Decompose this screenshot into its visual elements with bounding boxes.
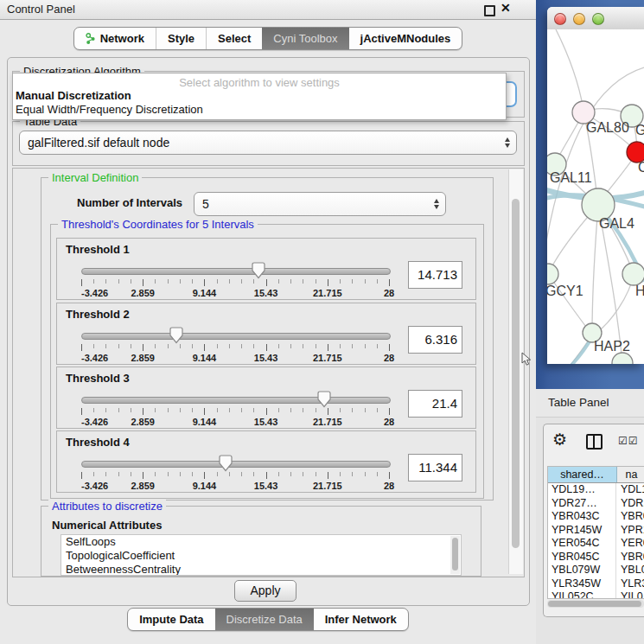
slider-thumb[interactable] xyxy=(219,455,233,472)
table-row[interactable]: YBR043CYBR0 xyxy=(548,510,644,524)
float-window-icon[interactable] xyxy=(484,5,495,16)
tick-mark xyxy=(266,344,267,351)
slider-tick-labels: -3.4262.8599.14415.4321.71528 xyxy=(81,481,389,491)
num-intervals-value: 5 xyxy=(202,197,209,211)
select-columns-icon[interactable]: ☑☑ xyxy=(618,435,639,447)
tick-mark xyxy=(352,408,353,412)
network-window[interactable]: GAL80 GA C GAL11 GAL4 GCY1 HA HAP2 xyxy=(547,7,644,364)
node-table[interactable]: shared… na YDL19…YDL1YDR27…YDR2YBR043CYB… xyxy=(547,466,644,599)
num-intervals-combo[interactable]: 5 xyxy=(194,192,446,216)
control-panel: Control Panel ✕ NetworkStyleSelectCyni T… xyxy=(0,0,536,644)
tick-mark xyxy=(118,344,119,348)
tick-mark xyxy=(93,279,94,284)
threshold-panel: Threshold 4 -3.4262.8599.14415.4321.7152… xyxy=(56,430,476,493)
list-scrollbar[interactable] xyxy=(450,536,460,574)
name-cell: YLR3 xyxy=(616,577,644,591)
attributes-list[interactable]: SelfLoopsTopologicalCoefficientBetweenne… xyxy=(61,534,462,576)
tick-mark xyxy=(155,344,156,348)
minimize-traffic-light-icon[interactable] xyxy=(573,13,585,25)
table-row[interactable]: YER054CYER0 xyxy=(548,537,644,551)
threshold-value-field[interactable]: 11.344 xyxy=(408,454,462,481)
threshold-value-field[interactable]: 6.316 xyxy=(408,326,462,354)
bottom-tab-bar: Impute DataDiscretize DataInfer Network xyxy=(127,608,409,631)
table-body: YDL19…YDL1YDR27…YDR2YBR043CYBR0YPR145WYP… xyxy=(548,483,644,599)
network-canvas[interactable]: GAL80 GA C GAL11 GAL4 GCY1 HA HAP2 xyxy=(547,29,644,364)
bottom-tab-impute-data[interactable]: Impute Data xyxy=(128,609,214,630)
slider-ticks xyxy=(81,472,389,480)
zoom-traffic-light-icon[interactable] xyxy=(592,13,604,25)
slider-track[interactable] xyxy=(81,397,391,404)
mouse-cursor xyxy=(521,352,532,369)
tick-label: 2.859 xyxy=(131,417,155,427)
vertical-scrollbar[interactable] xyxy=(508,169,523,574)
dropdown-option-manual[interactable]: Manual Discretization xyxy=(13,89,506,103)
attribute-item[interactable]: BetweennessCentrality xyxy=(61,563,461,576)
column-header-name[interactable]: na xyxy=(617,467,644,482)
tick-mark xyxy=(365,408,366,412)
tick-mark xyxy=(217,472,218,476)
dropdown-option-equal-width[interactable]: Equal Width/Frequency Discretization xyxy=(13,103,506,117)
tick-mark xyxy=(131,408,131,412)
hscroll-thumb[interactable] xyxy=(548,601,641,607)
slider-track[interactable] xyxy=(81,268,391,275)
tick-mark xyxy=(217,279,218,284)
split-columns-icon[interactable] xyxy=(586,434,603,450)
table-row[interactable]: YLR345WYLR3 xyxy=(548,577,644,591)
apply-button[interactable]: Apply xyxy=(234,580,296,602)
table-row[interactable]: YDR27…YDR2 xyxy=(548,497,644,511)
slider-track[interactable] xyxy=(81,461,391,468)
name-cell: YIL0 xyxy=(616,590,644,599)
tab-select[interactable]: Select xyxy=(206,28,262,49)
table-row[interactable]: YBR045CYBR0 xyxy=(548,551,644,564)
threshold-value-field[interactable]: 14.713 xyxy=(408,261,462,289)
numerical-attributes-label: Numerical Attributes xyxy=(52,519,162,532)
bottom-tab-discretize-data[interactable]: Discretize Data xyxy=(215,609,314,630)
close-icon[interactable]: ✕ xyxy=(501,1,511,15)
table-data-combo[interactable]: galFiltered.sif default node xyxy=(19,131,517,155)
table-row[interactable]: YIL052CYIL0 xyxy=(548,590,644,599)
shared-name-cell: YDR27… xyxy=(548,497,616,511)
threshold-slider[interactable]: -3.4262.8599.14415.4321.71528 xyxy=(81,456,389,490)
scrollbar-thumb[interactable] xyxy=(512,199,520,548)
tab-style[interactable]: Style xyxy=(156,28,206,49)
slider-track[interactable] xyxy=(81,333,391,340)
tick-label: -3.426 xyxy=(81,417,108,427)
tick-label: 15.43 xyxy=(254,353,278,363)
tab-cyni-toolbox[interactable]: Cyni Toolbox xyxy=(262,28,348,49)
table-row[interactable]: YDL19…YDL1 xyxy=(548,483,644,497)
gear-icon[interactable]: ⚙ xyxy=(552,430,567,450)
tick-label: 28 xyxy=(384,481,394,491)
table-row[interactable]: YPR145WYPR1 xyxy=(548,524,644,538)
tick-mark xyxy=(105,472,106,476)
threshold-value-field[interactable]: 21.4 xyxy=(408,390,462,418)
attribute-item[interactable]: TopologicalCoefficient xyxy=(61,549,461,563)
tab-label: Style xyxy=(168,32,194,45)
tab-label: Infer Network xyxy=(325,613,397,626)
tick-mark xyxy=(290,344,291,348)
horizontal-scrollbar[interactable] xyxy=(547,600,644,608)
threshold-slider[interactable]: -3.4262.8599.14415.4321.71528 xyxy=(81,328,389,362)
close-traffic-light-icon[interactable] xyxy=(554,13,566,25)
tick-mark xyxy=(143,344,143,351)
node-right[interactable] xyxy=(622,263,644,285)
bottom-tab-infer-network[interactable]: Infer Network xyxy=(314,609,408,630)
tab-network[interactable]: Network xyxy=(74,28,156,49)
interval-definition-title: Interval Definition xyxy=(48,171,142,184)
shared-name-cell: YBL079W xyxy=(548,564,616,577)
slider-thumb[interactable] xyxy=(252,262,265,279)
node-label-gal11: GAL11 xyxy=(550,170,592,185)
threshold-slider[interactable]: -3.4262.8599.14415.4321.71528 xyxy=(81,392,389,426)
table-panel-header: Table Panel xyxy=(536,389,644,418)
name-cell: YBL0 xyxy=(616,564,644,577)
slider-thumb[interactable] xyxy=(317,391,331,408)
threshold-slider[interactable]: -3.4262.8599.14415.4321.71528 xyxy=(81,263,389,297)
attributes-group-title: Attributes to discretize xyxy=(48,500,166,513)
column-header-shared-name[interactable]: shared… xyxy=(548,467,617,482)
slider-thumb[interactable] xyxy=(169,327,183,344)
node-bottom[interactable] xyxy=(612,353,633,364)
tab-jactivemnodules[interactable]: jActiveMNodules xyxy=(349,28,462,49)
screen: Control Panel ✕ NetworkStyleSelectCyni T… xyxy=(0,0,644,644)
table-row[interactable]: YBL079WYBL0 xyxy=(548,564,644,577)
node-gcy1[interactable] xyxy=(547,264,558,284)
attribute-item[interactable]: SelfLoops xyxy=(61,535,461,549)
